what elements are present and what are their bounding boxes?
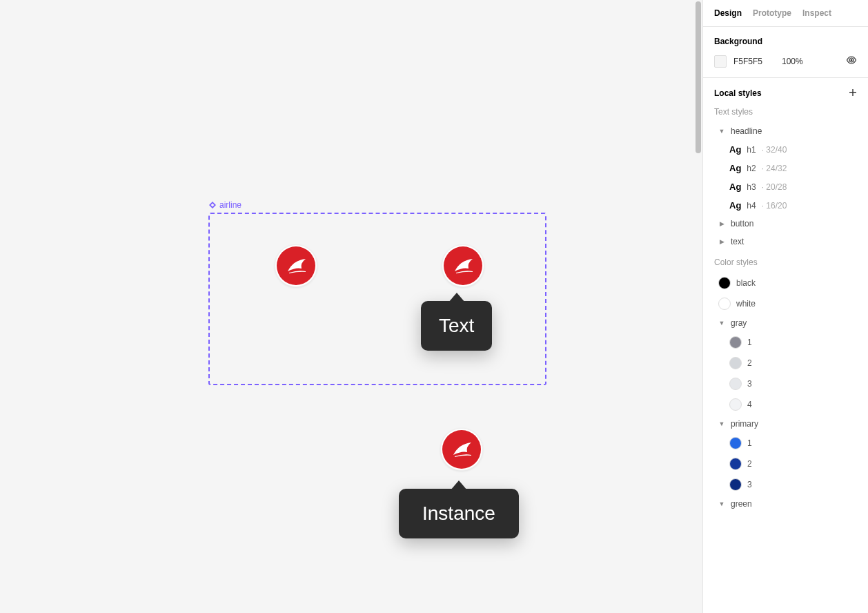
color-chip-icon: [729, 378, 742, 390]
canvas[interactable]: airline Text Instance: [0, 0, 702, 613]
local-styles-title: Local styles: [714, 88, 762, 98]
color-name: 4: [747, 400, 752, 409]
background-swatch[interactable]: [714, 55, 727, 68]
text-style-h3[interactable]: Ag h3 · 20/28: [714, 177, 857, 196]
color-chip-icon: [729, 357, 742, 369]
text-style-group-text[interactable]: ▶text: [714, 233, 857, 251]
color-style-gray-3[interactable]: 3: [714, 373, 857, 394]
scrollbar[interactable]: [694, 0, 702, 613]
tooltip-instance: Instance: [399, 489, 519, 538]
color-style-primary-1[interactable]: 1: [714, 433, 857, 454]
group-label: text: [731, 237, 744, 246]
group-label: green: [731, 499, 752, 509]
group-label: headline: [731, 126, 762, 136]
text-style-name: h1: [747, 145, 756, 155]
color-chip-icon: [729, 398, 742, 411]
text-style-meta: · 32/40: [762, 145, 787, 155]
text-styles-title: Text styles: [714, 107, 857, 117]
tab-inspect[interactable]: Inspect: [802, 8, 831, 18]
color-name: 3: [747, 480, 752, 489]
component-label: airline: [208, 200, 546, 210]
text-style-group-headline[interactable]: ▼headline: [714, 122, 857, 140]
visibility-icon[interactable]: [846, 55, 857, 68]
scrollbar-thumb[interactable]: [696, 1, 701, 153]
group-label: primary: [731, 419, 758, 429]
tooltip-label: Instance: [422, 503, 495, 524]
color-name: white: [736, 299, 756, 309]
color-group-gray[interactable]: ▼gray: [714, 314, 857, 332]
text-style-h4[interactable]: Ag h4 · 16/20: [714, 196, 857, 215]
text-style-h1[interactable]: Ag h1 · 32/40: [714, 140, 857, 159]
color-chip-icon: [729, 336, 742, 349]
disclosure-icon: ▼: [718, 128, 725, 135]
background-section: Background F5F5F5 100%: [703, 27, 868, 78]
color-chip-icon: [729, 458, 742, 470]
color-style-white[interactable]: white: [714, 293, 857, 314]
color-style-primary-3[interactable]: 3: [714, 474, 857, 495]
color-name: 1: [747, 438, 752, 448]
color-style-black[interactable]: black: [714, 273, 857, 293]
text-style-sample: Ag: [729, 182, 741, 192]
tooltip-label: Text: [439, 315, 474, 336]
text-style-meta: · 24/32: [762, 164, 787, 173]
text-style-name: h3: [747, 182, 756, 192]
color-group-green[interactable]: ▼green: [714, 495, 857, 513]
svg-point-0: [851, 59, 853, 61]
color-chip-icon: [729, 478, 742, 491]
local-styles-section: Local styles Text styles ▼headlineAg h1 …: [703, 78, 868, 518]
component-icon: [208, 201, 217, 209]
disclosure-icon: ▼: [718, 420, 725, 427]
color-name: black: [736, 278, 756, 288]
text-styles-list: ▼headlineAg h1 · 32/40Ag h2 · 24/32Ag h3…: [714, 122, 857, 251]
disclosure-icon: ▼: [718, 320, 725, 327]
tab-design[interactable]: Design: [714, 8, 742, 18]
add-style-icon[interactable]: [849, 88, 857, 99]
inspector-panel: DesignPrototypeInspect Background F5F5F5…: [702, 0, 868, 613]
disclosure-icon: ▼: [718, 500, 725, 507]
component-name: airline: [219, 200, 241, 210]
group-label: button: [731, 219, 753, 228]
background-opacity[interactable]: 100%: [782, 57, 809, 66]
background-hex[interactable]: F5F5F5: [733, 57, 775, 66]
group-label: gray: [731, 318, 747, 328]
background-row[interactable]: F5F5F5 100%: [714, 55, 857, 68]
color-name: 3: [747, 379, 752, 389]
text-style-sample: Ag: [729, 144, 741, 155]
text-style-h2[interactable]: Ag h2 · 24/32: [714, 159, 857, 177]
airline-logo-icon[interactable]: [275, 244, 317, 287]
color-styles-title: Color styles: [714, 257, 857, 267]
text-style-sample: Ag: [729, 163, 741, 173]
airline-logo-icon[interactable]: [442, 244, 484, 287]
color-name: 2: [747, 459, 752, 469]
color-name: 2: [747, 358, 752, 368]
text-style-name: h4: [747, 201, 756, 211]
color-style-primary-2[interactable]: 2: [714, 454, 857, 474]
color-group-primary[interactable]: ▼primary: [714, 415, 857, 433]
component-bounds[interactable]: [208, 213, 546, 385]
text-style-meta: · 16/20: [762, 201, 787, 211]
component-frame-airline[interactable]: airline: [208, 200, 546, 385]
color-styles-list: blackwhite▼gray1234▼primary123▼green: [714, 273, 857, 513]
text-style-name: h2: [747, 164, 756, 173]
color-style-gray-1[interactable]: 1: [714, 332, 857, 353]
inspector-tabs: DesignPrototypeInspect: [703, 0, 868, 27]
disclosure-icon: ▶: [718, 220, 725, 227]
color-chip-icon: [718, 298, 731, 310]
background-title: Background: [714, 37, 857, 46]
text-style-group-button[interactable]: ▶button: [714, 215, 857, 233]
color-style-gray-2[interactable]: 2: [714, 353, 857, 373]
color-chip-icon: [729, 437, 742, 449]
tab-prototype[interactable]: Prototype: [753, 8, 791, 18]
color-style-gray-4[interactable]: 4: [714, 394, 857, 415]
tooltip-text: Text: [421, 301, 492, 351]
color-name: 1: [747, 338, 752, 347]
color-chip-icon: [718, 277, 731, 289]
disclosure-icon: ▶: [718, 238, 725, 245]
text-style-sample: Ag: [729, 200, 741, 211]
text-style-meta: · 20/28: [762, 182, 787, 192]
airline-logo-instance-icon[interactable]: [440, 428, 483, 471]
